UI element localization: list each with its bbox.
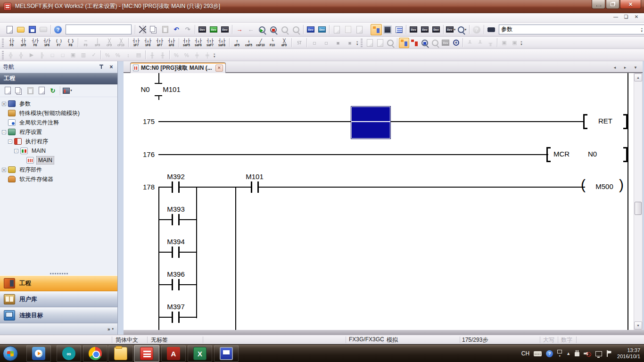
taskbar-arduino[interactable] xyxy=(57,345,81,362)
tree-expand-icon[interactable]: - xyxy=(14,149,18,153)
macro-display-icon[interactable]: ▾ xyxy=(385,38,396,48)
context-help-icon[interactable]: ?▾ xyxy=(471,24,482,35)
volume-muted-icon[interactable] xyxy=(584,351,591,357)
branch-line-icon[interactable]: └F10 xyxy=(266,37,278,48)
horizontal-line-icon[interactable]: ─F9 xyxy=(80,37,91,48)
falling-pulse-close-icon[interactable]: ┤↓├saF6 xyxy=(192,37,204,48)
start-monitor-icon[interactable]: ▾ xyxy=(256,24,268,35)
show-hidden-icons[interactable]: ▲ xyxy=(566,351,570,356)
find-combo-input[interactable] xyxy=(66,26,143,33)
minimize-button[interactable] xyxy=(592,0,605,9)
undo-icon[interactable]: ↶▾ xyxy=(171,24,182,35)
toolbar-overflow-icon[interactable]: »▾ xyxy=(520,40,522,46)
panel-splitter[interactable] xyxy=(118,61,124,335)
coil-icon[interactable]: ( )F7 xyxy=(53,37,65,48)
tree-item-label[interactable]: 程序设置 xyxy=(18,128,43,137)
tree-item-special-module[interactable]: 特殊模块(智能功能模块) xyxy=(0,108,117,118)
power-icon[interactable] xyxy=(575,352,579,356)
tree-item-parameter[interactable]: + 参数 xyxy=(0,99,117,108)
falling-pulse-close-branch-icon[interactable]: ┤↓├saF8 xyxy=(216,37,228,48)
tree-item-execution-program[interactable]: - 执行程序 xyxy=(0,137,117,146)
edit2-icon-17[interactable]: % xyxy=(182,50,192,60)
rising-pulse-op-icon[interactable]: ↑aF5 xyxy=(231,37,243,48)
tree-item-main-ladder[interactable]: MAIN xyxy=(0,156,117,165)
edit2-icon-14[interactable]: ╫ xyxy=(147,50,157,60)
tree-item-label[interactable]: 软元件存储器 xyxy=(18,175,55,184)
tree-expand-icon[interactable] xyxy=(2,121,6,125)
edit2-icon-2[interactable]: ╬ xyxy=(16,50,26,60)
rising-pulse-close-icon[interactable]: ┤↑├saF5 xyxy=(181,37,192,48)
device-display-icon[interactable]: Dev▾ xyxy=(445,24,456,35)
transfer-setup-icon[interactable]: ←▾ xyxy=(245,24,256,35)
taskbar-gxworks2[interactable] xyxy=(134,345,159,362)
edit2-icon-15[interactable]: ╫ xyxy=(157,50,168,60)
falling-pulse-op-icon[interactable]: ↓caF5 xyxy=(243,37,255,48)
more-panels-icon[interactable]: » xyxy=(107,327,110,332)
taskbar-excel[interactable] xyxy=(188,345,212,362)
nav-user-library-button[interactable]: 用户库 xyxy=(0,291,117,307)
tree-expand-icon[interactable] xyxy=(20,158,25,163)
tree-expand-icon[interactable] xyxy=(2,177,6,181)
restore-button[interactable] xyxy=(606,0,619,9)
comment-display-icon-1[interactable]: ▣▾ xyxy=(499,38,509,48)
scroll-down-icon[interactable]: ▼ xyxy=(634,321,642,329)
statement-icon[interactable]: ▾ xyxy=(331,24,342,35)
edit2-icon-13[interactable]: ▤ xyxy=(133,50,144,60)
taskbar-explorer[interactable] xyxy=(108,345,133,362)
edit2-icon-8[interactable]: ▥ xyxy=(78,50,89,60)
device-display-mode-icon-3[interactable]: ╥▾ xyxy=(485,38,495,48)
open-project-icon[interactable]: ▾ xyxy=(15,24,26,35)
statement-display-icon[interactable]: ▾ xyxy=(364,38,375,48)
tree-item-label[interactable]: MAIN xyxy=(30,147,47,155)
output-window-icon[interactable]: ▾ xyxy=(393,24,405,35)
taskbar-autocad[interactable] xyxy=(161,345,186,362)
tab-scroll-right-icon[interactable]: ▸ xyxy=(621,64,629,71)
save-project-icon[interactable]: ▾ xyxy=(26,24,38,35)
clock[interactable]: 13:37 2016/10/1 xyxy=(617,347,640,360)
tree-expand-icon[interactable]: - xyxy=(8,140,12,144)
contact-label[interactable]: M392 xyxy=(159,173,193,181)
edit2-icon-5[interactable]: □ xyxy=(47,50,58,60)
sort-filter-icon[interactable]: ▾ xyxy=(62,85,73,96)
keyboard-icon[interactable] xyxy=(534,351,542,356)
contact-label[interactable]: M393 xyxy=(159,205,193,213)
tab-close-icon[interactable]: ✕ xyxy=(215,65,223,72)
close-branch-icon[interactable]: ┤/├sF6 xyxy=(41,37,53,48)
application-instruction-icon[interactable]: { }F8 xyxy=(65,37,76,48)
verify-with-plc-icon[interactable]: Dev▾ xyxy=(219,24,231,35)
help-tray-icon[interactable]: ? xyxy=(546,350,553,357)
cross-reference-icon[interactable]: ▾ xyxy=(486,24,497,35)
device-display-mode-icon-2[interactable]: ╨▾ xyxy=(475,38,485,48)
tree-item-label[interactable]: 全局软元件注释 xyxy=(18,118,60,127)
vertical-scrollbar[interactable]: ▲ ▼ xyxy=(634,73,643,330)
coil-label[interactable]: M500 xyxy=(590,182,619,190)
vertical-line-icon[interactable]: │sF9 xyxy=(91,37,103,48)
copy-data-icon[interactable]: ▾ xyxy=(13,85,25,96)
cut-icon[interactable]: ▾ xyxy=(137,24,148,35)
contact-label[interactable]: M397 xyxy=(159,303,193,311)
device-net-icon[interactable]: Dev▾ xyxy=(430,24,442,35)
online-program-change-icon[interactable]: →▾ xyxy=(234,24,245,35)
tree-expand-icon[interactable]: - xyxy=(2,130,6,134)
read-from-plc-icon[interactable]: Dev▾ xyxy=(208,24,219,35)
language-indicator[interactable]: CH xyxy=(521,350,529,357)
toolbar-overflow-icon[interactable]: »▾ xyxy=(214,52,215,58)
edit2-icon-12[interactable]: ↕ xyxy=(123,50,133,60)
edit2-icon-1[interactable]: ╬ xyxy=(6,50,16,60)
toolbar-grip[interactable] xyxy=(361,39,363,47)
help-icon[interactable]: ?▾ xyxy=(52,24,64,35)
tree-expand-icon[interactable]: + xyxy=(2,168,6,172)
panel-menu-icon[interactable]: ▾ xyxy=(112,327,114,331)
project-view-icon[interactable]: ▾ xyxy=(371,24,382,35)
paste-data-icon[interactable]: ▾ xyxy=(25,85,36,96)
contact-label[interactable]: M394 xyxy=(159,238,193,246)
edit2-icon-10[interactable]: % xyxy=(102,50,113,60)
network-icon[interactable] xyxy=(595,351,602,356)
delete-vertical-line-icon[interactable]: ╳cF10 xyxy=(115,37,127,48)
toolbar-overflow-icon[interactable]: »▾ xyxy=(356,40,358,46)
edit2-icon-19[interactable]: ╪ xyxy=(202,50,213,60)
new-data-icon[interactable]: ▾ xyxy=(2,85,13,96)
refresh-icon[interactable]: ↻▾ xyxy=(47,85,58,96)
new-project-icon[interactable]: ▾ xyxy=(4,24,15,35)
data-property-icon[interactable]: ▾ xyxy=(36,85,47,96)
